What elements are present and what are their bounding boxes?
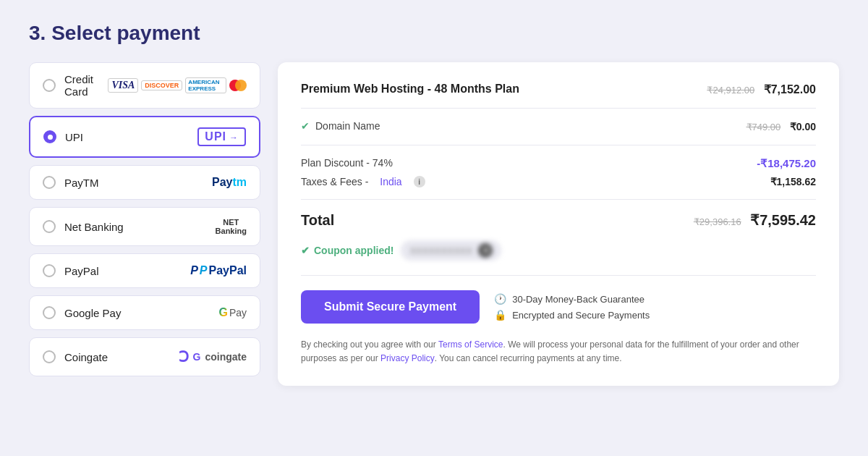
product-original-price: ₹24,912.00 — [707, 85, 754, 96]
terms-section: By checking out you agree with our Terms… — [301, 338, 816, 366]
trust-item-moneyback: 🕐 30-Day Money-Back Guarantee — [494, 293, 650, 305]
payment-methods-list: Credit Card VISA DISCOVER AMERICAN EXPRE… — [29, 62, 260, 376]
coupon-code-box: XXXXXXXXXX ✕ — [401, 240, 501, 261]
tax-row: Taxes & Fees - India i ₹1,158.62 — [301, 176, 816, 200]
coupon-check-icon: ✔ — [301, 245, 310, 256]
visa-icon: VISA — [108, 78, 138, 93]
radio-net-banking — [43, 220, 56, 233]
domain-price-group: ₹749.00 ₹0.00 — [746, 120, 816, 133]
submit-payment-button[interactable]: Submit Secure Payment — [301, 290, 480, 324]
total-final-price: ₹7,595.42 — [750, 212, 816, 228]
payment-option-upi[interactable]: UPI UPI — [29, 116, 260, 158]
radio-paypal — [43, 264, 56, 277]
payment-option-credit-card[interactable]: Credit Card VISA DISCOVER AMERICAN EXPRE… — [29, 62, 260, 109]
terms-of-service-link[interactable]: Terms of Service — [438, 339, 503, 350]
total-price-group: ₹29,396.16 ₹7,595.42 — [694, 211, 816, 229]
domain-final-price: ₹0.00 — [790, 121, 816, 132]
page-title: 3. Select payment — [29, 22, 839, 45]
upi-icon: UPI — [197, 127, 246, 146]
total-row: Total ₹29,396.16 ₹7,595.42 — [301, 211, 816, 229]
payment-option-paypal[interactable]: PayPal PP PayPal — [29, 253, 260, 288]
tax-label-text: Taxes & Fees - — [301, 176, 368, 187]
paypal-icon: PP PayPal — [190, 264, 247, 277]
net-banking-icon: NETBanking — [216, 218, 247, 235]
domain-check-icon: ✔ — [301, 120, 310, 132]
payment-option-google-pay[interactable]: Google Pay G Pay — [29, 295, 260, 330]
radio-paytm — [43, 176, 56, 189]
paytm-label: PayTM — [64, 177, 99, 189]
product-row: Premium Web Hosting - 48 Months Plan ₹24… — [301, 83, 816, 109]
trust-badges: 🕐 30-Day Money-Back Guarantee 🔒 Encrypte… — [494, 293, 650, 321]
discount-amount: -₹18,475.20 — [757, 157, 816, 170]
order-summary: Premium Web Hosting - 48 Months Plan ₹24… — [278, 62, 839, 386]
paytm-icon: Paytm — [212, 176, 247, 189]
discount-label: Plan Discount - 74% — [301, 157, 393, 170]
radio-upi — [43, 130, 56, 143]
coupon-code: XXXXXXXXXX — [409, 245, 472, 256]
coupon-row: ✔ Coupon applied! XXXXXXXXXX ✕ — [301, 240, 816, 276]
trust-item-secure: 🔒 Encrypted and Secure Payments — [494, 309, 650, 321]
product-name: Premium Web Hosting - 48 Months Plan — [301, 83, 519, 96]
tax-amount: ₹1,158.62 — [770, 176, 817, 187]
google-pay-icon: G Pay — [218, 306, 247, 319]
tax-info-icon[interactable]: i — [414, 176, 425, 187]
radio-credit-card — [43, 79, 56, 92]
amex-icon: AMERICAN EXPRESS — [185, 77, 226, 93]
radio-coingate — [43, 350, 56, 363]
total-label: Total — [301, 212, 334, 229]
domain-original-price: ₹749.00 — [746, 122, 781, 132]
product-final-price: ₹7,152.00 — [764, 83, 816, 96]
discover-icon: DISCOVER — [141, 80, 182, 90]
credit-card-label: Credit Card — [64, 73, 108, 98]
payment-option-net-banking[interactable]: Net Banking NETBanking — [29, 207, 260, 246]
domain-label: Domain Name — [315, 120, 380, 132]
product-price-group: ₹24,912.00 ₹7,152.00 — [707, 83, 816, 96]
mastercard-icon — [229, 80, 247, 91]
tax-country: India — [380, 176, 401, 187]
coingate-label: Coingate — [64, 351, 108, 363]
domain-row: ✔ Domain Name ₹749.00 ₹0.00 — [301, 120, 816, 145]
coupon-applied-label: ✔ Coupon applied! — [301, 245, 393, 256]
discount-row: Plan Discount - 74% -₹18,475.20 — [301, 157, 816, 170]
paypal-label: PayPal — [64, 265, 99, 277]
terms-text1: By checking out you agree with our — [301, 339, 438, 350]
main-layout: Credit Card VISA DISCOVER AMERICAN EXPRE… — [29, 62, 839, 386]
upi-label: UPI — [65, 131, 83, 143]
lock-icon: 🔒 — [494, 309, 506, 321]
coingate-icon: ↃG coingate — [179, 348, 247, 366]
net-banking-label: Net Banking — [64, 221, 124, 233]
total-original-price: ₹29,396.16 — [694, 216, 741, 227]
payment-option-coingate[interactable]: Coingate ↃG coingate — [29, 337, 260, 376]
privacy-policy-link[interactable]: Privacy Policy — [380, 353, 435, 363]
coupon-remove-button[interactable]: ✕ — [478, 243, 493, 258]
trust-moneyback-text: 30-Day Money-Back Guarantee — [512, 294, 644, 305]
payment-option-paytm[interactable]: PayTM Paytm — [29, 165, 260, 200]
trust-secure-text: Encrypted and Secure Payments — [512, 310, 650, 321]
clock-icon: 🕐 — [494, 293, 506, 305]
card-logos: VISA DISCOVER AMERICAN EXPRESS — [108, 77, 247, 93]
radio-google-pay — [43, 306, 56, 319]
google-pay-label: Google Pay — [64, 307, 121, 319]
terms-text3: . You can cancel recurring payments at a… — [435, 353, 622, 363]
submit-section: Submit Secure Payment 🕐 30-Day Money-Bac… — [301, 290, 816, 324]
